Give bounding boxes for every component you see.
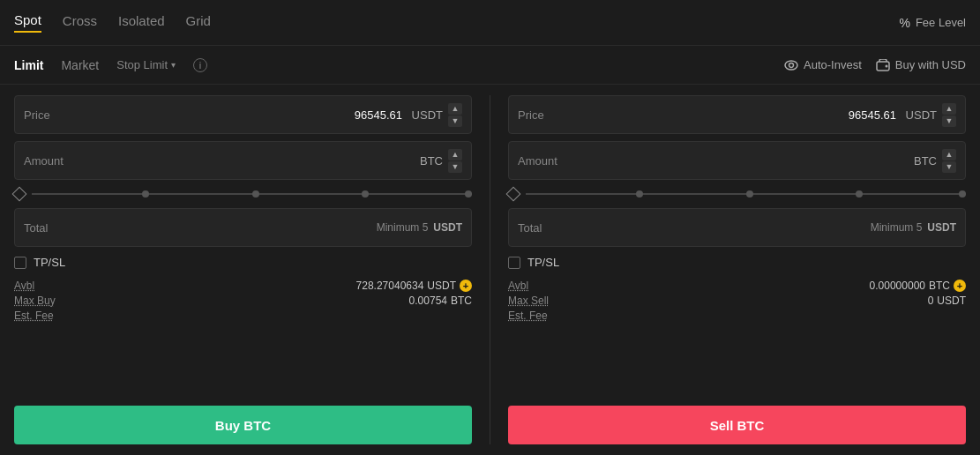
sell-avbl-row: Avbl 0.00000000 BTC + <box>508 280 966 292</box>
sell-estfee-label[interactable]: Est. Fee <box>508 310 548 322</box>
buy-price-down-button[interactable]: ▼ <box>448 116 462 127</box>
sell-avbl-unit: BTC <box>929 280 950 292</box>
buy-avbl-amount: 728.27040634 <box>356 280 424 292</box>
buy-price-spinner: ▲ ▼ <box>448 103 462 127</box>
sell-maxsell-value: 0 USDT <box>928 295 966 307</box>
buy-price-field[interactable]: Price 96545.61 USDT ▲ ▼ <box>14 95 472 134</box>
buy-slider-diamond[interactable] <box>12 187 27 202</box>
sell-slider-track[interactable] <box>526 193 966 195</box>
sell-minimum-text: Minimum 5 <box>871 221 923 234</box>
buy-amount-up-button[interactable]: ▲ <box>448 149 462 160</box>
buy-maxbuy-label[interactable]: Max Buy <box>14 295 56 307</box>
buy-slider-dot-25[interactable] <box>142 190 149 198</box>
buy-tpsl-row: TP/SL <box>14 254 472 271</box>
sell-tpsl-checkbox[interactable] <box>508 257 520 269</box>
sell-maxsell-label[interactable]: Max Sell <box>508 295 549 307</box>
sell-button[interactable]: Sell BTC <box>508 406 966 444</box>
buy-slider-dot-75[interactable] <box>362 190 369 198</box>
sell-tpsl-label: TP/SL <box>527 256 559 269</box>
buy-button[interactable]: Buy BTC <box>14 406 472 444</box>
sell-estfee-row: Est. Fee <box>508 310 966 322</box>
tab-isolated[interactable]: Isolated <box>118 13 165 32</box>
svg-point-0 <box>785 61 797 70</box>
sell-price-down-button[interactable]: ▼ <box>942 116 956 127</box>
top-nav: Spot Cross Isolated Grid % Fee Level <box>0 0 980 46</box>
sell-slider-dot-25[interactable] <box>636 190 643 198</box>
sell-price-unit: USDT <box>901 108 937 122</box>
sell-avbl-label[interactable]: Avbl <box>508 280 528 292</box>
buy-total-label: Total <box>24 221 48 235</box>
main-content: Price 96545.61 USDT ▲ ▼ Amount BTC ▲ ▼ <box>0 85 980 455</box>
sell-slider-row <box>508 187 966 201</box>
buy-amount-down-button[interactable]: ▼ <box>448 161 462 173</box>
buy-avbl-label[interactable]: Avbl <box>14 280 34 292</box>
buy-avbl-plus-icon[interactable]: + <box>460 280 472 292</box>
trading-panel: Spot Cross Isolated Grid % Fee Level Lim… <box>0 0 980 455</box>
buy-estfee-label[interactable]: Est. Fee <box>14 310 54 322</box>
buy-price-unit: USDT <box>408 108 443 122</box>
buy-amount-label: Amount <box>24 154 77 168</box>
sell-amount-up-button[interactable]: ▲ <box>942 149 956 160</box>
nav-tabs: Spot Cross Isolated Grid <box>14 12 211 33</box>
sell-total-label: Total <box>518 221 542 235</box>
buy-tpsl-label: TP/SL <box>34 256 65 269</box>
buy-avbl-row: Avbl 728.27040634 USDT + <box>14 280 472 292</box>
buy-price-value: 96545.61 <box>77 108 408 122</box>
buy-amount-field[interactable]: Amount BTC ▲ ▼ <box>14 141 472 180</box>
sell-price-up-button[interactable]: ▲ <box>942 103 956 115</box>
sell-amount-field[interactable]: Amount BTC ▲ ▼ <box>508 141 966 180</box>
buy-with-usd-button[interactable]: Buy with USD <box>876 58 966 71</box>
buy-avbl-value: 728.27040634 USDT + <box>356 280 472 292</box>
sell-slider-dot-100[interactable] <box>959 190 966 198</box>
buy-panel: Price 96545.61 USDT ▲ ▼ Amount BTC ▲ ▼ <box>14 95 472 444</box>
sell-amount-down-button[interactable]: ▼ <box>942 161 956 173</box>
buy-total-field: Total Minimum 5 USDT <box>14 208 472 247</box>
sub-tab-market[interactable]: Market <box>61 58 99 72</box>
fee-level-label: Fee Level <box>916 16 966 29</box>
auto-invest-label: Auto-Invest <box>804 58 862 71</box>
sell-maxsell-unit: USDT <box>937 295 966 307</box>
sell-slider-dot-50[interactable] <box>746 190 753 198</box>
buy-slider-dot-50[interactable] <box>252 190 259 198</box>
buy-info-rows: Avbl 728.27040634 USDT + Max Buy 0.00754… <box>14 278 472 324</box>
sell-amount-label: Amount <box>518 154 571 168</box>
tab-grid[interactable]: Grid <box>186 13 211 32</box>
buy-total-unit: USDT <box>433 221 462 234</box>
sell-maxsell-amount: 0 <box>928 295 934 307</box>
tab-spot[interactable]: Spot <box>14 12 41 33</box>
sell-avbl-amount: 0.00000000 <box>870 280 925 292</box>
sell-slider-dot-75[interactable] <box>856 190 863 198</box>
stop-limit-label: Stop Limit <box>116 58 168 71</box>
buy-amount-spinner: ▲ ▼ <box>448 149 462 173</box>
buy-total-right: Minimum 5 USDT <box>48 221 462 234</box>
buy-slider-row <box>14 187 472 201</box>
buy-amount-unit: BTC <box>408 154 443 168</box>
buy-maxbuy-amount: 0.00754 <box>409 295 447 307</box>
panel-divider <box>490 95 490 444</box>
buy-estfee-row: Est. Fee <box>14 310 472 322</box>
buy-tpsl-checkbox[interactable] <box>14 257 26 269</box>
sub-nav-left: Limit Market Stop Limit ▾ i <box>14 58 207 72</box>
sell-maxsell-row: Max Sell 0 USDT <box>508 295 966 307</box>
buy-slider-track[interactable] <box>32 193 472 195</box>
buy-price-up-button[interactable]: ▲ <box>448 103 462 115</box>
buy-with-usd-label: Buy with USD <box>895 58 966 71</box>
stop-limit-button[interactable]: Stop Limit ▾ <box>116 58 176 71</box>
buy-maxbuy-row: Max Buy 0.00754 BTC <box>14 295 472 307</box>
auto-invest-button[interactable]: Auto-Invest <box>784 58 862 71</box>
sell-slider-diamond[interactable] <box>506 187 521 202</box>
sell-avbl-plus-icon[interactable]: + <box>954 280 966 292</box>
sell-price-field[interactable]: Price 96545.61 USDT ▲ ▼ <box>508 95 966 134</box>
sell-panel: Price 96545.61 USDT ▲ ▼ Amount BTC ▲ ▼ <box>508 95 966 444</box>
fee-level-button[interactable]: % Fee Level <box>899 16 966 30</box>
sell-tpsl-row: TP/SL <box>508 254 966 271</box>
sell-price-label: Price <box>518 108 571 122</box>
percent-icon: % <box>899 16 909 30</box>
tab-cross[interactable]: Cross <box>63 13 97 32</box>
buy-minimum-text: Minimum 5 <box>377 221 429 234</box>
sub-tab-limit[interactable]: Limit <box>14 58 43 72</box>
buy-maxbuy-value: 0.00754 BTC <box>409 295 472 307</box>
buy-slider-dot-100[interactable] <box>465 190 472 198</box>
info-icon[interactable]: i <box>193 58 207 72</box>
wallet-icon <box>876 59 890 71</box>
